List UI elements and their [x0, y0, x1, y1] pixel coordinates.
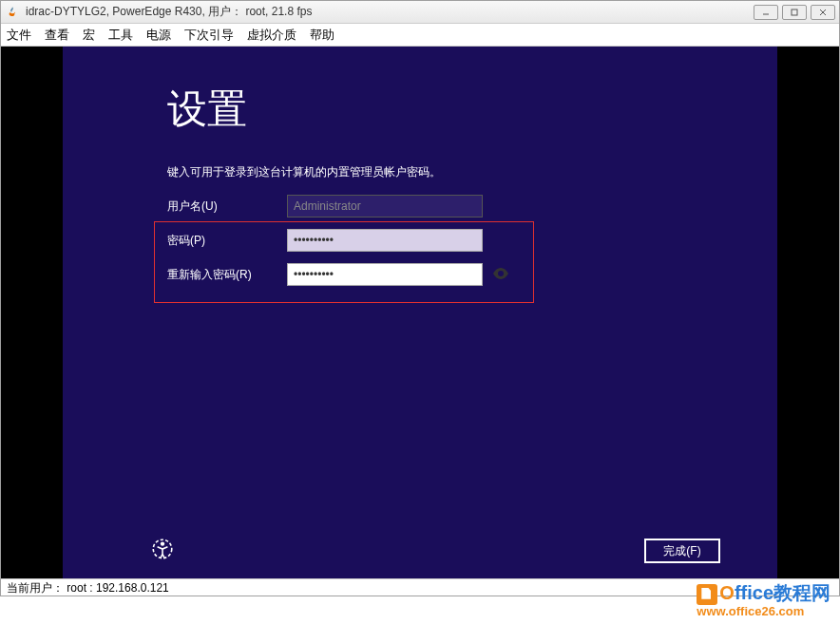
watermark-badge-icon [697, 584, 717, 605]
menu-tools[interactable]: 工具 [108, 27, 133, 44]
menu-vmedia[interactable]: 虚拟介质 [247, 27, 296, 44]
password-label: 密码(P) [167, 233, 287, 249]
minimize-icon [761, 8, 771, 17]
minimize-button[interactable] [754, 5, 778, 20]
menu-file[interactable]: 文件 [7, 27, 31, 44]
svg-point-5 [161, 541, 164, 545]
menu-view[interactable]: 查看 [45, 27, 69, 44]
menu-power[interactable]: 电源 [146, 27, 171, 44]
instruction-text: 键入可用于登录到这台计算机的内置管理员帐户密码。 [167, 164, 441, 180]
remote-viewport: 设置 键入可用于登录到这台计算机的内置管理员帐户密码。 用户名(U) 密码(P)… [1, 47, 839, 580]
confirm-password-field[interactable] [287, 263, 483, 286]
window-title: idrac-DYTYLG2, PowerEdge R430, 用户： root,… [26, 4, 754, 20]
page-title: 设置 [167, 83, 247, 136]
windows-setup-screen: 设置 键入可用于登录到这台计算机的内置管理员帐户密码。 用户名(U) 密码(P)… [63, 47, 777, 580]
watermark: Office教程网 www.office26.com [697, 582, 830, 618]
close-icon [818, 8, 828, 17]
finish-button[interactable]: 完成(F) [644, 539, 720, 563]
username-label: 用户名(U) [167, 199, 287, 215]
window-controls [754, 5, 835, 20]
menu-nextboot[interactable]: 下次引导 [184, 27, 234, 44]
menu-help[interactable]: 帮助 [310, 27, 334, 44]
svg-rect-1 [792, 9, 797, 15]
watermark-line1: Office教程网 [697, 582, 830, 605]
password-field[interactable] [287, 229, 483, 252]
close-button[interactable] [811, 5, 835, 20]
reveal-password-icon[interactable] [492, 267, 509, 282]
ease-of-access-button[interactable] [150, 537, 177, 563]
credentials-form: 用户名(U) 密码(P) 重新输入密码(R) [167, 189, 528, 292]
java-icon [5, 5, 20, 20]
maximize-button[interactable] [782, 5, 807, 20]
app-window: idrac-DYTYLG2, PowerEdge R430, 用户： root,… [0, 0, 840, 596]
menubar: 文件 查看 宏 工具 电源 下次引导 虚拟介质 帮助 [1, 24, 839, 47]
menu-macro[interactable]: 宏 [83, 27, 95, 44]
maximize-icon [790, 8, 799, 17]
titlebar: idrac-DYTYLG2, PowerEdge R430, 用户： root,… [1, 1, 839, 24]
confirm-password-row: 重新输入密码(R) [167, 257, 528, 292]
confirm-password-label: 重新输入密码(R) [167, 267, 287, 283]
username-row: 用户名(U) [167, 189, 528, 223]
username-field [287, 195, 483, 217]
password-row: 密码(P) [167, 223, 528, 257]
watermark-line2: www.office26.com [697, 605, 830, 618]
status-text: 当前用户： root : 192.168.0.121 [7, 581, 169, 595]
